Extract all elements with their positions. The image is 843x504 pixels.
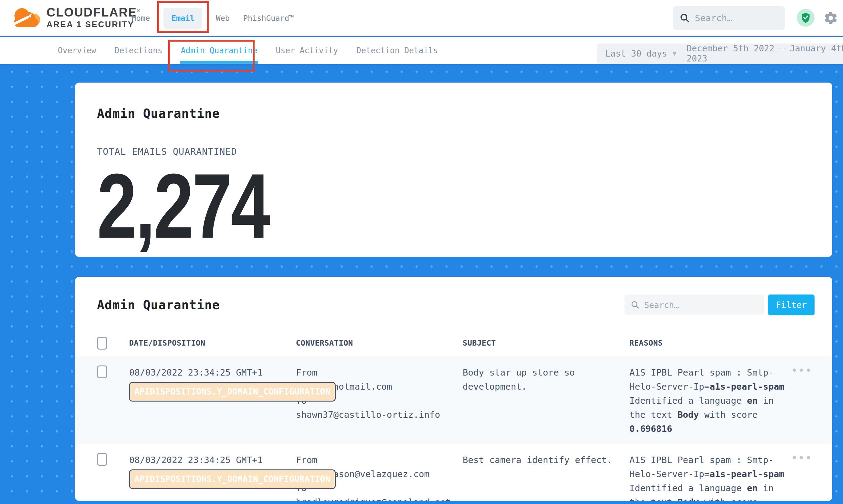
row-date: 08/03/2022 23:34:25 GMT+1 [129,453,296,467]
brand-subtitle: AREA 1 SECURITY [47,20,141,29]
table-search-placeholder: Search… [644,300,679,310]
summary-card-title: Admin Quarantine [97,106,814,121]
top-nav-email[interactable]: Email [163,8,202,29]
row-actions-menu[interactable]: ••• [792,453,814,463]
row-actions-menu[interactable]: ••• [792,365,814,376]
select-all-checkbox[interactable] [97,337,107,349]
summary-card: Admin Quarantine TOTAL EMAILS QUARANTINE… [75,83,832,257]
brand-name: CLOUDFLARE® [47,5,141,19]
reasons-cell: A1S IPBL Pearl spam : Smtp-Helo-Server-I… [629,365,789,436]
subject-cell: Best camera identify effect. [463,453,629,467]
reasons-cell: A1S IPBL Pearl spam : Smtp-Helo-Server-I… [629,453,789,501]
date-disposition-cell: 08/03/2022 23:34:25 GMT+1 APIDISPOSITION… [129,365,296,401]
row-checkbox[interactable] [97,453,107,466]
brand: CLOUDFLARE® AREA 1 SECURITY [11,2,141,32]
column-header-conversation: CONVERSATION [296,337,463,347]
tab-user-activity[interactable]: User Activity [275,37,339,64]
email-section-tabs: Overview Detections Admin Quarantine Use… [0,37,843,64]
disposition-badge: APIDISPOSITIONS.Y_DOMAIN_CONFIGURATION [129,469,336,489]
protection-status-badge[interactable] [797,9,814,26]
tab-detections[interactable]: Detections [114,37,163,64]
date-range-display[interactable]: December 5th 2022 — January 4th 2023 [676,43,843,64]
table-search-input[interactable]: Search… [625,294,764,315]
table-row: 08/03/2022 23:34:25 GMT+1 APIDISPOSITION… [75,356,832,444]
quarantine-table-card: Admin Quarantine Search… Filter DATE/DIS… [75,277,832,501]
tab-detection-details[interactable]: Detection Details [356,37,438,64]
search-icon [680,13,690,23]
row-date: 08/03/2022 23:34:25 GMT+1 [129,365,296,380]
table-card-title: Admin Quarantine [97,298,220,312]
table-header-row: DATE/DISPOSITION CONVERSATION SUBJECT RE… [75,330,832,356]
top-nav-home[interactable]: Home [131,14,150,23]
table-row: 08/03/2022 23:34:25 GMT+1 APIDISPOSITION… [75,444,832,501]
top-nav-phishguard[interactable]: PhishGuard™ [243,14,294,23]
to-address[interactable]: bradleyrodriguez@copeland.net [296,495,463,501]
top-navigation: Home Email Web PhishGuard™ [131,0,294,36]
date-range-select[interactable]: Last 30 days ▼ [597,43,685,64]
top-bar: CLOUDFLARE® AREA 1 SECURITY Home Email W… [0,0,843,36]
disposition-badge: APIDISPOSITIONS.Y_DOMAIN_CONFIGURATION [129,382,336,401]
column-header-subject: SUBJECT [463,337,629,347]
search-icon [631,300,640,309]
subject-cell: Body star up store so development. [463,365,629,394]
global-search-placeholder: Search… [695,13,732,23]
to-address[interactable]: shawn37@castillo-ortiz.info [296,408,463,422]
settings-gear-icon[interactable] [823,11,838,26]
metric-value: 2,274 [97,160,656,252]
chevron-down-icon: ▼ [672,50,676,57]
column-header-date: DATE/DISPOSITION [129,337,296,347]
column-header-reasons: REASONS [629,337,789,347]
global-search-input[interactable]: Search… [673,6,785,30]
top-nav-web[interactable]: Web [216,14,229,23]
tab-overview[interactable]: Overview [57,37,97,64]
filter-button[interactable]: Filter [768,294,814,315]
date-disposition-cell: 08/03/2022 23:34:25 GMT+1 APIDISPOSITION… [129,453,296,489]
cloudflare-logo-icon [11,2,42,32]
tab-admin-quarantine[interactable]: Admin Quarantine [180,37,258,64]
row-checkbox[interactable] [97,365,107,378]
active-tab-underline [180,61,258,64]
